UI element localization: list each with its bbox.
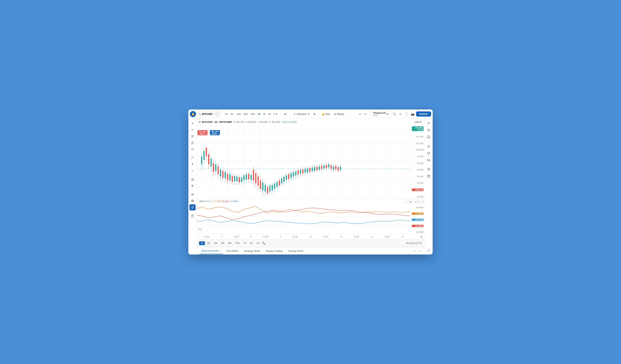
svg-rect-109 — [288, 174, 289, 179]
playground-label: Playground — [373, 112, 386, 114]
playground-arrow: ▼ — [386, 113, 389, 116]
svg-text:TV: TV — [198, 228, 202, 231]
tool-crosshair[interactable]: ✛ — [190, 120, 196, 126]
add-symbol-button[interactable]: + — [215, 112, 220, 116]
dmi-delete[interactable]: 🗑 — [409, 199, 413, 204]
tool-eye[interactable] — [190, 198, 196, 204]
period-5d[interactable]: 5D — [206, 241, 212, 245]
period-6m[interactable]: 6M — [226, 241, 233, 245]
tf-15m[interactable]: 15m — [235, 112, 242, 116]
rs-lightbulb[interactable] — [426, 143, 432, 149]
rs-help[interactable]: ? — [426, 248, 431, 253]
publish-button[interactable]: Publish — [416, 111, 431, 116]
tool-text[interactable]: T — [190, 161, 196, 167]
rs-broadcast[interactable] — [426, 157, 432, 163]
period-5y[interactable]: 5Y — [248, 241, 254, 245]
tf-20m[interactable]: 20m — [242, 112, 249, 116]
svg-rect-151 — [338, 167, 339, 171]
svg-rect-77 — [251, 175, 252, 180]
tf-4h[interactable]: 4h — [267, 112, 272, 116]
panel-maximize-button[interactable]: ⤢ — [417, 248, 422, 253]
camera-button[interactable]: 📷 — [410, 111, 415, 117]
rs-layers[interactable] — [426, 134, 432, 140]
svg-rect-97 — [274, 183, 275, 189]
svg-rect-139 — [324, 165, 325, 168]
rs-clock[interactable] — [426, 127, 432, 133]
time-1200-4: 12:00 — [323, 236, 328, 238]
price-chart[interactable]: 101,956 SELL 1 101,957 BUY — [197, 126, 424, 199]
period-ytd[interactable]: YTD — [234, 241, 241, 245]
goto-date-icon[interactable]: ⊕ — [420, 235, 423, 238]
svg-rect-99 — [276, 182, 277, 187]
svg-rect-119 — [300, 170, 301, 174]
tool-zoom-magnifier[interactable] — [190, 183, 196, 189]
time-11: 11 — [340, 236, 342, 238]
tab-replay-trading[interactable]: Replay Trading — [263, 248, 285, 254]
redo-button[interactable]: ↪ — [363, 111, 368, 116]
svg-rect-45 — [213, 163, 214, 172]
tool-emoji[interactable]: ☺ — [190, 168, 196, 174]
templates-button[interactable]: ⊞ — [312, 112, 317, 116]
svg-marker-3 — [191, 142, 194, 144]
tool-pen[interactable]: ✏ — [190, 127, 196, 133]
dmi-controls: ↑ 🗑 ✕ ⤢ — [404, 199, 423, 204]
svg-rect-71 — [243, 175, 245, 180]
fullscreen-button[interactable]: ⛶ — [404, 111, 409, 117]
period-1y[interactable]: 1Y — [242, 241, 248, 245]
tf-5m[interactable]: 5m — [229, 112, 235, 116]
replay-button[interactable]: ⏮ Replay — [332, 112, 345, 116]
tool-eraser[interactable] — [190, 176, 196, 182]
alert-icon: 🔔 — [322, 113, 325, 116]
compare-dates-button[interactable] — [261, 241, 266, 246]
period-all[interactable]: All — [255, 241, 261, 245]
time-1200-1: 12:00 — [204, 236, 209, 238]
tool-trash[interactable] — [190, 213, 196, 219]
period-bar: 1D 5D 1M 3M 6M YTD 1Y 5Y All — [197, 239, 424, 247]
rs-watchlist[interactable] — [426, 120, 432, 126]
alert-button[interactable]: 🔔 Alert — [320, 112, 332, 116]
dmi-settings[interactable]: ✕ — [414, 199, 418, 204]
compare-button[interactable] — [282, 112, 288, 116]
price-94000: 94,000 — [412, 196, 423, 198]
low-label: L 101,692 — [258, 121, 268, 123]
time-1200-3: 12:00 — [293, 236, 298, 238]
tab-pine-editor[interactable]: Pine Editor — [224, 248, 241, 254]
symbol-search[interactable]: 🔍 BTCUSD — [197, 112, 214, 116]
rs-chat[interactable] — [426, 150, 432, 156]
svg-rect-149 — [335, 166, 336, 169]
tool-link[interactable] — [190, 204, 196, 210]
rs-calendar[interactable] — [426, 173, 432, 179]
tool-lines[interactable] — [190, 133, 196, 139]
playground-save-button[interactable]: Playground Save ▼ — [371, 111, 391, 117]
tool-fib[interactable] — [190, 146, 196, 152]
tf-1h[interactable]: 1h — [257, 112, 262, 116]
dmi-expand[interactable]: ⤢ — [418, 199, 423, 204]
tool-measure[interactable] — [190, 155, 196, 161]
target-button[interactable]: ⊙ — [398, 111, 403, 117]
change-display: +252 (+0.25%) — [281, 121, 296, 123]
tab-strategy-tester[interactable]: Strategy Tester — [242, 248, 263, 254]
tf-30m[interactable]: 30m — [249, 112, 256, 116]
panel-collapse-button[interactable]: ∧ — [412, 248, 417, 253]
indicators-button[interactable]: 📈 Indicators ▼ — [292, 112, 311, 116]
logo-button[interactable]: 🔔 — [190, 111, 196, 117]
undo-button[interactable]: ↩ — [358, 111, 362, 116]
tool-magnet[interactable] — [190, 191, 196, 198]
tool-shapes[interactable] — [190, 140, 196, 146]
tf-2h[interactable]: 2h — [262, 112, 267, 116]
replay-icon: ⏮ — [334, 113, 336, 116]
compare-icon — [284, 113, 287, 116]
tf-daily-dropdown[interactable]: D ▼ — [272, 112, 279, 116]
svg-rect-67 — [239, 177, 240, 182]
tab-trading-panel[interactable]: Trading Panel — [286, 248, 305, 254]
search-user-button[interactable]: 🔍 — [392, 111, 397, 117]
currency-selector[interactable]: USD ▼ — [414, 121, 422, 123]
dmi-move-up[interactable]: ↑ — [404, 199, 408, 204]
tradingview-logo: TV — [198, 228, 205, 232]
period-3m[interactable]: 3M — [220, 241, 226, 245]
tf-1m[interactable]: 1m — [224, 112, 229, 116]
rs-alert-clock[interactable] — [426, 166, 432, 172]
period-1m[interactable]: 1M — [213, 241, 219, 245]
period-1d[interactable]: 1D — [199, 241, 205, 245]
tab-stock-screener[interactable]: Stock Screener ▼ — [199, 248, 223, 254]
